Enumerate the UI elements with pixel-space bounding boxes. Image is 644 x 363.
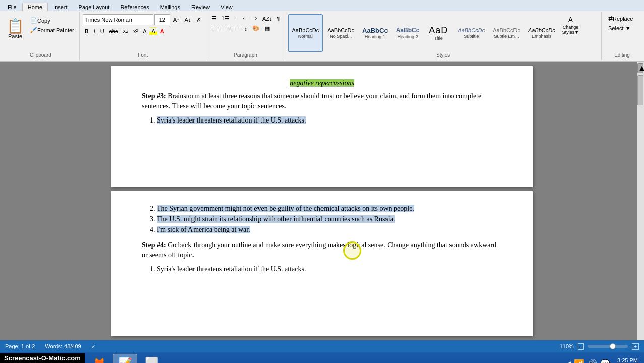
style-heading1-button[interactable]: AaBbCc Heading 1 xyxy=(359,14,392,52)
select-button[interactable]: Select ▼ xyxy=(606,24,639,32)
increase-indent-button[interactable]: ⇒ xyxy=(250,14,259,23)
taskbar: ⊞ 📁 🌐 🦊 📝 ⬜ ◀ 📶 🔊 💬 3:25 PM 9/24/2013 xyxy=(0,352,644,363)
superscript-button[interactable]: x² xyxy=(131,27,140,35)
clock: 3:25 PM 9/24/2013 xyxy=(613,357,638,363)
taskbar-snip-button[interactable]: ⬜ xyxy=(139,354,163,363)
change-styles-button[interactable]: A ChangeStyles▼ xyxy=(560,14,582,44)
underline-button[interactable]: U xyxy=(98,27,106,35)
tab-home[interactable]: Home xyxy=(22,3,48,11)
shrink-font-button[interactable]: A↓ xyxy=(183,16,194,24)
spell-check-icon[interactable]: ✓ xyxy=(91,343,96,350)
step3-paragraph: Step #3: Brainstorm at least three reaso… xyxy=(142,91,502,111)
font-color-button[interactable]: A xyxy=(158,27,166,35)
taskbar-firefox-button[interactable]: 🦊 xyxy=(87,354,111,363)
replace-button[interactable]: ⇄ Replace xyxy=(606,14,639,23)
step4-list-item-1: Syria's leader threatens retaliation if … xyxy=(157,264,502,274)
tab-view[interactable]: View xyxy=(215,3,238,11)
para-row2: ≡ ≡ ≡ ≡ ↕ 🎨 ▦ xyxy=(209,24,282,33)
branding-label: Screencast-O-Matic.com xyxy=(4,354,81,362)
align-left-button[interactable]: ≡ xyxy=(209,25,216,33)
border-button[interactable]: ▦ xyxy=(263,24,272,33)
align-center-button[interactable]: ≡ xyxy=(218,25,225,33)
zoom-level: 110% xyxy=(560,343,574,349)
style-nospace-button[interactable]: AaBbCcDc No Spaci... xyxy=(324,14,358,52)
numbering-button[interactable]: 1☰ xyxy=(219,14,231,23)
bold-button[interactable]: B xyxy=(83,27,91,35)
text-effects-button[interactable]: A xyxy=(141,27,148,35)
tab-insert[interactable]: Insert xyxy=(48,3,73,11)
step3-list: Syria's leader threatens retaliation if … xyxy=(157,115,502,126)
scroll-up-arrow[interactable]: ▲ xyxy=(637,63,643,73)
clipboard-small-buttons: 📄 Copy 🖌️ Format Painter xyxy=(28,14,76,52)
style-emphasis-label: Emphasis xyxy=(532,34,552,39)
scroll-thumb[interactable] xyxy=(637,75,643,105)
align-right-button[interactable]: ≡ xyxy=(226,25,233,33)
tab-page-layout[interactable]: Page Layout xyxy=(73,3,115,11)
tray-arrow[interactable]: ◀ xyxy=(566,360,571,364)
style-normal-button[interactable]: AaBbCcDc Normal xyxy=(288,14,323,52)
branding-bar: Screencast-O-Matic.com xyxy=(0,353,85,363)
subscript-button[interactable]: x₂ xyxy=(121,27,130,35)
style-emphasis-button[interactable]: AaBbCcDc Emphasis xyxy=(525,14,559,52)
decrease-indent-button[interactable]: ⇐ xyxy=(241,14,249,23)
zoom-out-button[interactable]: - xyxy=(578,343,584,350)
styles-row: AaBbCcDc Normal AaBbCcDc No Spaci... AaB… xyxy=(288,14,598,52)
tab-file[interactable]: File xyxy=(2,3,22,11)
para-row1: ☰ 1☰ ≡ ⇐ ⇒ AZ↓ ¶ xyxy=(209,14,282,23)
style-subtle-em-label: Subtle Em... xyxy=(494,34,519,39)
format-painter-icon: 🖌️ xyxy=(30,27,37,33)
snip-icon: ⬜ xyxy=(145,358,158,363)
word-count: Words: 48/409 xyxy=(45,343,81,349)
style-subtitle-preview: AaBbCcDc xyxy=(458,27,485,34)
grow-font-button[interactable]: A↑ xyxy=(171,16,182,24)
page-info: Page: 1 of 2 xyxy=(5,343,35,349)
system-tray: ◀ 📶 🔊 💬 3:25 PM 9/24/2013 xyxy=(566,357,641,363)
sort-button[interactable]: AZ↓ xyxy=(260,15,274,23)
paste-label: Paste xyxy=(8,33,22,39)
tab-mailings[interactable]: Mailings xyxy=(155,3,186,11)
tab-review[interactable]: Review xyxy=(186,3,215,11)
italic-button[interactable]: I xyxy=(92,27,97,35)
style-heading2-button[interactable]: AaBbCc Heading 2 xyxy=(393,14,423,52)
zoom-in-button[interactable]: + xyxy=(632,343,639,350)
highlight-text-container: negative repercussions xyxy=(142,78,502,87)
list-item: Syria's leader threatens retaliation if … xyxy=(157,115,502,126)
paste-icon: 📋 xyxy=(7,19,24,33)
change-styles-icon: A xyxy=(568,16,573,24)
status-bar: Page: 1 of 2 Words: 48/409 ✓ 110% - + xyxy=(0,340,644,352)
copy-button[interactable]: 📄 Copy xyxy=(28,16,76,25)
list-item-3-text: The U.S. might strain its relationship w… xyxy=(157,215,395,223)
line-spacing-button[interactable]: ↕ xyxy=(242,25,249,33)
font-name-input[interactable] xyxy=(83,14,153,25)
document-area: ▲ negative repercussions Step #3: Brains… xyxy=(0,62,644,340)
network-icon: 📶 xyxy=(574,359,584,364)
multilevel-list-button[interactable]: ≡ xyxy=(233,15,240,23)
shading-button[interactable]: 🎨 xyxy=(250,24,262,33)
zoom-slider[interactable] xyxy=(588,345,628,348)
vertical-scrollbar[interactable]: ▲ xyxy=(637,62,644,340)
format-painter-button[interactable]: 🖌️ Format Painter xyxy=(28,26,76,34)
font-size-input[interactable] xyxy=(154,14,170,25)
style-title-button[interactable]: AaD Title xyxy=(424,14,453,52)
replace-icon: ⇄ xyxy=(608,15,613,22)
justify-button[interactable]: ≡ xyxy=(234,25,241,33)
list-item-3: The U.S. might strain its relationship w… xyxy=(157,214,502,224)
ribbon: 📋 Paste 📄 Copy 🖌️ Format Painter Clipboa… xyxy=(0,11,644,62)
time: 3:25 PM xyxy=(613,357,638,363)
style-h2-preview: AaBbCc xyxy=(396,27,420,34)
show-formatting-button[interactable]: ¶ xyxy=(275,15,282,23)
tab-references[interactable]: References xyxy=(115,3,154,11)
style-normal-preview: AaBbCcDc xyxy=(292,27,319,34)
taskbar-word-button[interactable]: 📝 xyxy=(113,354,137,363)
style-subtitle-button[interactable]: AaBbCcDc Subtitle xyxy=(454,14,488,52)
copy-icon: 📄 xyxy=(30,17,37,24)
step3-list-continued: The Syrian government might not even be … xyxy=(157,203,502,235)
style-subtle-em-button[interactable]: AaBbCcDc Subtle Em... xyxy=(489,14,524,52)
strikethrough-button[interactable]: abc xyxy=(107,27,120,35)
clear-format-button[interactable]: ✗ xyxy=(194,16,203,24)
zoom-slider-thumb[interactable] xyxy=(610,343,616,349)
bullets-button[interactable]: ☰ xyxy=(209,14,218,23)
paste-button[interactable]: 📋 Paste xyxy=(4,14,26,44)
highlight-button[interactable]: A xyxy=(149,27,157,35)
style-h1-preview: AaBbCc xyxy=(362,27,388,35)
